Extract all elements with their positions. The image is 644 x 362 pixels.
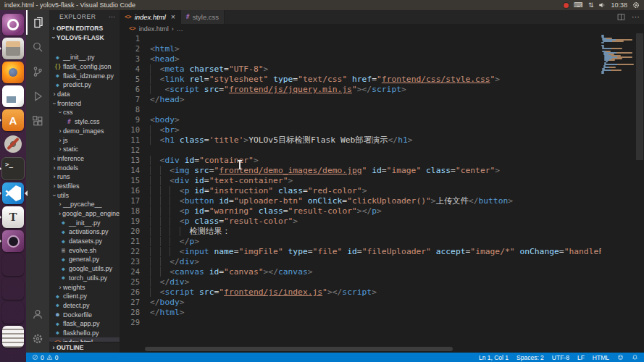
session-gear-icon[interactable] <box>632 1 640 9</box>
tree-item-predict.py[interactable]: ◆predict.py <box>49 80 120 90</box>
code-line-2[interactable]: 2<html> <box>120 43 601 54</box>
network-indicator-icon[interactable]: ⇅ <box>588 2 594 9</box>
tree-item-google_utils.py[interactable]: ◆google_utils.py <box>49 264 120 274</box>
tree-item-testfiles[interactable]: ›testfiles <box>49 182 120 191</box>
keyboard-indicator-icon[interactable]: ⌨ <box>574 2 583 9</box>
clock[interactable]: 10:38 <box>611 1 627 9</box>
tab-index.html[interactable]: <>index.html× <box>120 10 181 24</box>
tree-item-runs[interactable]: ›runs <box>49 172 120 182</box>
code-line-8[interactable]: 8 <box>120 104 601 114</box>
recording-indicator-icon[interactable] <box>564 3 569 8</box>
activity-bar-source-control-icon[interactable] <box>26 59 49 84</box>
tree-item-google_app_engine[interactable]: ›google_app_engine <box>49 209 120 219</box>
tree-item-__pycache__[interactable]: ›__pycache__ <box>49 200 120 209</box>
tree-item-flask_id2name.py[interactable]: ◆flask_id2name.py <box>49 71 120 80</box>
code-line-22[interactable]: 22 <input name="imgFile" type="file" id=… <box>120 246 601 256</box>
code-line-19[interactable]: 19 <p class="result-color"> <box>120 216 601 226</box>
breadcrumb-more[interactable]: … <box>177 25 183 33</box>
tree-item-Dockerfile[interactable]: ●Dockerfile <box>49 310 120 319</box>
code-line-27[interactable]: 27</body> <box>120 297 601 307</box>
status-eol[interactable]: LF <box>577 354 585 361</box>
status-language-mode[interactable]: HTML <box>593 354 609 361</box>
code-editor[interactable]: 12<html>3<head>4 <meta charset="UTF-8">5… <box>120 33 601 337</box>
launcher-terminal-icon[interactable]: >_ <box>1 157 25 180</box>
notifications-bell-icon[interactable] <box>632 354 638 361</box>
code-line-24[interactable]: 24 <canvas id="canvas"></canvas> <box>120 266 601 277</box>
tab-style.css[interactable]: #style.css <box>181 10 225 24</box>
tree-item-datasets.py[interactable]: ◆datasets.py <box>49 237 120 246</box>
close-icon[interactable]: × <box>171 13 175 21</box>
launcher-libreoffice-icon[interactable] <box>2 85 24 107</box>
activity-bar-run-debug-icon[interactable] <box>26 84 49 109</box>
code-line-17[interactable]: 17 <button id="uploader-btn" onClick="cl… <box>120 195 601 206</box>
code-line-7[interactable]: 7</head> <box>120 94 601 104</box>
tree-item-frontend[interactable]: ›frontend <box>49 98 120 108</box>
volume-icon[interactable] <box>598 1 606 9</box>
code-line-4[interactable]: 4 <meta charset="UTF-8"> <box>120 64 601 74</box>
more-actions-icon[interactable]: ⋯ <box>632 12 640 22</box>
launcher-text-editor-icon[interactable]: T <box>2 206 24 228</box>
warnings-icon[interactable] <box>46 354 53 361</box>
activity-bar-settings-icon[interactable] <box>26 327 49 351</box>
status-encoding[interactable]: UTF-8 <box>552 354 569 361</box>
tree-item-utils[interactable]: ›utils <box>49 190 120 200</box>
code-line-1[interactable]: 1 <box>120 33 601 43</box>
tree-item-evolve.sh[interactable]: ▣evolve.sh <box>49 245 120 255</box>
launcher-drive-2-icon[interactable] <box>2 278 24 300</box>
tree-item-inference[interactable]: ›inference <box>49 154 120 164</box>
code-line-18[interactable]: 18 <p id="warning" class="result-color">… <box>120 206 601 216</box>
tree-item-data[interactable]: ›data <box>49 90 120 99</box>
tree-item-general.py[interactable]: ◆general.py <box>49 255 120 264</box>
horizontal-scrollbar[interactable] <box>145 347 453 351</box>
vertical-scrollbar[interactable] <box>635 24 644 337</box>
launcher-firefox-icon[interactable] <box>2 62 24 83</box>
tree-item-static[interactable]: ›static <box>49 145 120 154</box>
warning-count[interactable]: 0 <box>55 354 59 361</box>
code-line-16[interactable]: 16 <p id="instruction" class="red-color"… <box>120 185 601 195</box>
tree-item-__init__.py[interactable]: ◆__init__.py <box>49 53 120 62</box>
code-line-3[interactable]: 3<head> <box>120 54 601 64</box>
tree-item-detect.py[interactable]: ◆detect.py <box>49 301 120 311</box>
code-line-20[interactable]: 20 检测结果： <box>120 226 601 236</box>
code-line-28[interactable]: 28</html> <box>120 307 601 317</box>
status-cursor-position[interactable]: Ln 1, Col 1 <box>479 354 509 361</box>
launcher-settings-tool-icon[interactable] <box>2 133 24 155</box>
code-line-6[interactable]: 6 <script src="frontend/js/jquery.min.js… <box>120 84 601 94</box>
feedback-smiley-icon[interactable] <box>617 354 624 361</box>
split-editor-icon[interactable] <box>617 13 625 21</box>
code-line-10[interactable]: 10 <br> <box>120 125 601 135</box>
launcher-ubuntu-dash-icon[interactable] <box>2 14 24 35</box>
tree-item-client.py[interactable]: ◆client.py <box>49 292 120 301</box>
code-line-15[interactable]: 15 <div id="text-container"> <box>120 175 601 185</box>
error-count[interactable]: 0 <box>41 354 44 361</box>
root-folder-section[interactable]: › YOLOV5-FLASK <box>49 33 120 42</box>
code-line-25[interactable]: 25 </div> <box>120 277 601 287</box>
code-line-23[interactable]: 23 </div> <box>120 256 601 266</box>
launcher-drive-stack-icon[interactable] <box>2 326 24 348</box>
tree-item-flask_config.json[interactable]: {}flask_config.json <box>49 62 120 72</box>
launcher-file-manager-icon[interactable] <box>2 38 24 59</box>
open-editors-section[interactable]: › OPEN EDITORS <box>49 23 120 33</box>
minimap[interactable] <box>601 24 635 337</box>
code-line-9[interactable]: 9<body> <box>120 114 601 125</box>
launcher-screen-recorder-icon[interactable] <box>2 230 24 252</box>
code-line-21[interactable]: 21 </p> <box>120 236 601 246</box>
explorer-more-actions[interactable]: ⋯ <box>109 10 115 23</box>
tree-item-css[interactable]: ›css <box>49 108 120 117</box>
activity-bar-search-icon[interactable] <box>26 35 49 59</box>
tree-item-flask_app.py[interactable]: ◆flask_app.py <box>49 319 120 329</box>
breadcrumb-file[interactable]: index.html <box>139 25 169 33</box>
tree-item-models[interactable]: ›models <box>49 163 120 172</box>
launcher-orange-a-app-icon[interactable]: A <box>2 109 24 131</box>
code-line-14[interactable]: 14 <img src="frontend/demo_images/demo.j… <box>120 165 601 175</box>
tree-item-flaskhello.py[interactable]: ◆flaskhello.py <box>49 329 120 338</box>
breadcrumb[interactable]: <> index.html › … <box>120 24 644 33</box>
code-line-12[interactable]: 12 <box>120 145 601 155</box>
code-line-13[interactable]: 13 <div id="container"> <box>120 155 601 165</box>
activity-bar-explorer-icon[interactable] <box>26 10 49 35</box>
code-line-29[interactable]: 29 <box>120 317 601 327</box>
tree-item-activations.py[interactable]: ◆activations.py <box>49 227 120 237</box>
launcher-drive-1-icon[interactable] <box>2 254 24 276</box>
code-line-26[interactable]: 26 <script src="frontend/js/index.js"></… <box>120 287 601 297</box>
outline-section[interactable]: › OUTLINE <box>49 342 120 353</box>
